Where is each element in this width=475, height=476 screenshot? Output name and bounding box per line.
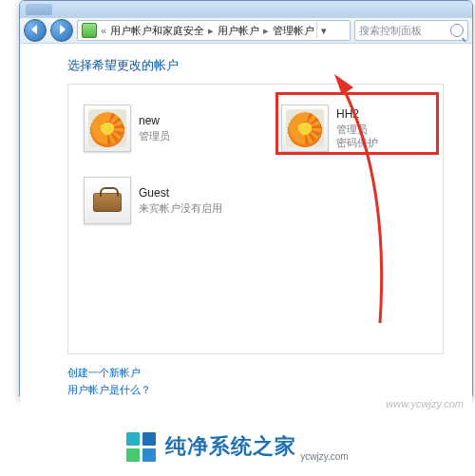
control-panel-window: « 用户帐户和家庭安全 ▸ 用户帐户 ▸ 管理帐户 ▾ 搜索控制面板 选择希望更…: [19, 0, 473, 400]
brand-url: ycwjzy.com: [300, 451, 348, 462]
breadcrumb-seg-2[interactable]: 用户帐户: [218, 24, 259, 38]
control-panel-icon: [82, 23, 97, 38]
create-account-link[interactable]: 创建一个新帐户: [67, 366, 457, 380]
brand-name: 纯净系统之家: [165, 432, 296, 461]
account-tile-new[interactable]: new 管理员: [80, 98, 234, 159]
page-heading: 选择希望更改的帐户: [67, 57, 457, 74]
breadcrumb-dropdown-icon[interactable]: ▾: [316, 22, 331, 39]
brand-logo-icon: [126, 432, 156, 462]
avatar-suitcase-icon: [84, 177, 131, 224]
account-role: 管理员: [139, 129, 170, 143]
back-button[interactable]: [24, 19, 47, 42]
brand-footer: 纯净系统之家 ycwjzy.com: [0, 417, 475, 476]
search-placeholder: 搜索控制面板: [359, 24, 422, 38]
breadcrumb-chevron-icon: ▸: [261, 25, 271, 37]
navigation-toolbar: « 用户帐户和家庭安全 ▸ 用户帐户 ▸ 管理帐户 ▾ 搜索控制面板: [20, 18, 472, 44]
accounts-panel: new 管理员 HH2 管理员 密码保护 Gue: [67, 84, 444, 354]
avatar-flower-icon: [84, 105, 131, 152]
forward-button[interactable]: [50, 19, 73, 42]
content-area: 选择希望更改的帐户 new 管理员 HH2 管理员 密码保护: [20, 44, 472, 476]
breadcrumb-seg-1[interactable]: 用户帐户和家庭安全: [110, 24, 204, 38]
account-name: Guest: [139, 186, 222, 201]
breadcrumb-seg-3[interactable]: 管理帐户: [273, 24, 314, 38]
account-tile-guest[interactable]: Guest 来宾帐户没有启用: [80, 170, 247, 231]
account-extra: 密码保护: [336, 136, 378, 149]
account-role: 管理员: [336, 123, 378, 136]
breadcrumb-chevron: «: [99, 25, 108, 36]
account-name: HH2: [336, 107, 378, 123]
account-tile-hh2[interactable]: HH2 管理员 密码保护: [277, 98, 431, 159]
account-role: 来宾帐户没有启用: [139, 201, 222, 215]
link-group: 创建一个新帐户 用户帐户是什么？: [67, 366, 457, 397]
search-box[interactable]: 搜索控制面板: [354, 20, 468, 41]
window-icon: [26, 4, 52, 15]
account-name: new: [139, 114, 170, 129]
breadcrumb-chevron-icon: ▸: [206, 25, 216, 37]
address-breadcrumb[interactable]: « 用户帐户和家庭安全 ▸ 用户帐户 ▸ 管理帐户 ▾: [77, 20, 351, 41]
window-titlebar[interactable]: [20, 1, 472, 18]
avatar-flower-icon: [281, 105, 329, 152]
what-is-account-link[interactable]: 用户帐户是什么？: [67, 383, 457, 397]
search-icon: [450, 24, 464, 37]
